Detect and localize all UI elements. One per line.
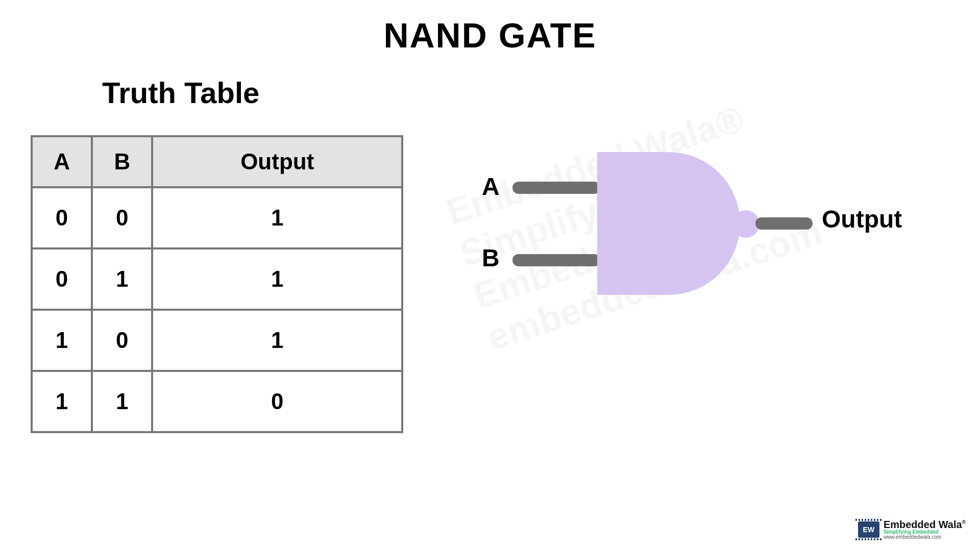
truth-table: A B Output 0 0 1 0 1 1 1 0	[31, 135, 403, 433]
table-row: 1 1 0	[32, 371, 402, 432]
cell-a: 0	[32, 248, 92, 310]
logo-url: www.embeddedwala.com	[884, 535, 966, 540]
table-row: 0 1 1	[32, 248, 402, 310]
input-wire-a	[512, 182, 600, 194]
input-wire-b	[512, 254, 600, 266]
col-header-a: A	[32, 136, 92, 187]
cell-a: 0	[32, 187, 92, 248]
cell-out: 1	[152, 248, 402, 310]
table-header-row: A B Output	[32, 136, 402, 187]
cell-a: 1	[32, 371, 92, 432]
nand-gate-symbol: A B Output	[490, 152, 949, 305]
table-row: 0 0 1	[32, 187, 402, 248]
gate-body-icon	[597, 152, 740, 295]
cell-b: 1	[92, 248, 152, 310]
table-row: 1 0 1	[32, 310, 402, 371]
page-title: NAND GATE	[0, 0, 980, 55]
col-header-output: Output	[152, 136, 402, 187]
logo-name: Embedded Wala®	[884, 519, 966, 530]
cell-b: 0	[92, 310, 152, 371]
cell-b: 0	[92, 187, 152, 248]
input-label-a: A	[482, 172, 500, 201]
logo-chip-icon: EW	[858, 521, 879, 538]
output-wire	[755, 217, 813, 230]
cell-out: 1	[152, 187, 402, 248]
cell-b: 1	[92, 371, 152, 432]
brand-logo: EW Embedded Wala® Simplifying Embedded w…	[858, 519, 966, 540]
cell-out: 0	[152, 371, 402, 432]
col-header-b: B	[92, 136, 152, 187]
input-label-b: B	[482, 244, 500, 272]
cell-out: 1	[152, 310, 402, 371]
output-label: Output	[822, 205, 902, 233]
cell-a: 1	[32, 310, 92, 371]
truth-table-heading: Truth Table	[102, 76, 429, 110]
